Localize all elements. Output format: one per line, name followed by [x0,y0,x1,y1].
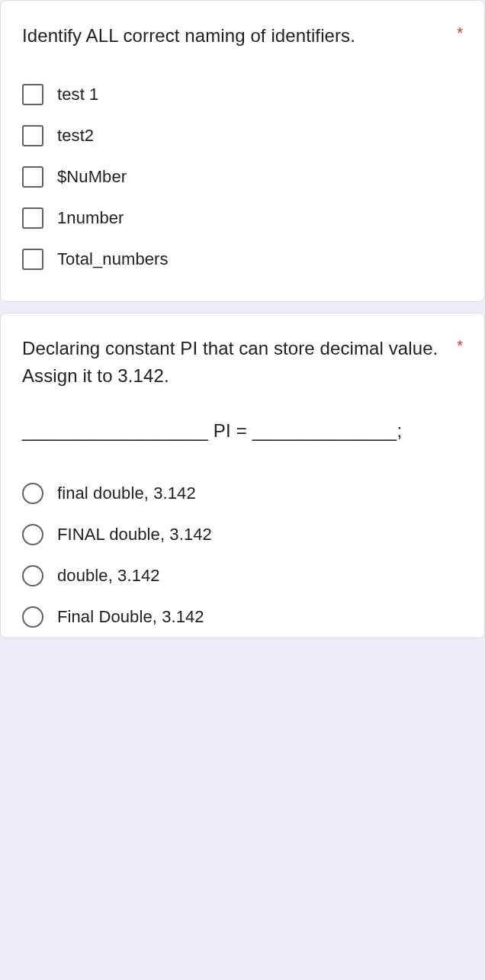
question-header: Identify ALL correct naming of identifie… [22,22,463,50]
fill-in-prompt: __________________ PI = ______________; [22,414,463,447]
option-label: final double, 3.142 [57,484,196,503]
required-indicator: * [457,335,463,353]
question-text: Declaring constant PI that can store dec… [22,335,449,390]
option-label: test 1 [57,85,98,104]
question-text: Identify ALL correct naming of identifie… [22,22,449,50]
question-card-2: Declaring constant PI that can store dec… [0,313,485,638]
radio-option[interactable]: double, 3.142 [22,555,463,596]
radio-icon[interactable] [22,565,43,586]
checkbox-icon[interactable] [22,84,43,105]
option-label: Total_numbers [57,249,169,269]
checkbox-icon[interactable] [22,166,43,188]
radio-option[interactable]: final double, 3.142 [22,473,463,514]
radio-option[interactable]: FINAL double, 3.142 [22,514,463,555]
checkbox-option[interactable]: 1number [22,198,463,239]
option-label: 1number [57,208,124,228]
option-label: $NuMber [57,167,127,187]
question-header: Declaring constant PI that can store dec… [22,335,463,390]
checkbox-option[interactable]: test2 [22,115,463,156]
option-label: test2 [57,126,94,146]
question-card-1: Identify ALL correct naming of identifie… [0,0,485,302]
option-label: double, 3.142 [57,566,160,586]
checkbox-option[interactable]: Total_numbers [22,239,463,280]
checkbox-option[interactable]: test 1 [22,74,463,115]
required-indicator: * [457,22,463,40]
radio-icon[interactable] [22,524,43,545]
radio-option[interactable]: Final Double, 3.142 [22,596,463,638]
radio-icon[interactable] [22,606,43,628]
checkbox-icon[interactable] [22,125,43,146]
checkbox-icon[interactable] [22,249,43,270]
checkbox-icon[interactable] [22,207,43,229]
checkbox-option[interactable]: $NuMber [22,156,463,198]
radio-icon[interactable] [22,483,43,504]
option-label: Final Double, 3.142 [57,607,204,627]
option-label: FINAL double, 3.142 [57,525,212,545]
